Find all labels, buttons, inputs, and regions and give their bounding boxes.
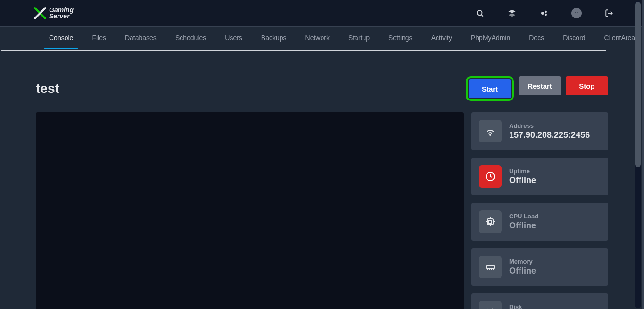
svg-marker-3 [509, 13, 516, 17]
stop-button[interactable]: Stop [566, 76, 608, 95]
tab-backups[interactable]: Backups [252, 26, 296, 49]
stat-memory-value: Offline [509, 266, 536, 276]
memory-icon [479, 256, 502, 278]
svg-point-10 [490, 134, 491, 135]
vertical-scrollbar[interactable] [635, 1, 641, 308]
tab-schedules[interactable]: Schedules [166, 26, 215, 49]
svg-marker-2 [509, 10, 516, 14]
wifi-icon [479, 120, 502, 142]
logo-text: Gaming Server [49, 7, 74, 19]
search-icon[interactable] [475, 8, 485, 18]
svg-point-0 [477, 10, 482, 16]
stats-sidebar: Address 157.90.208.225:2456 Uptime Offli… [471, 112, 608, 309]
stat-memory: Memory Offline [471, 248, 608, 286]
stat-uptime: Uptime Offline [471, 158, 608, 195]
stat-disk-label: Disk [509, 303, 583, 309]
svg-rect-18 [487, 265, 494, 269]
vertical-scrollbar-thumb[interactable] [635, 2, 641, 167]
svg-rect-12 [487, 219, 493, 225]
svg-point-7 [575, 12, 576, 13]
console-terminal[interactable] [36, 112, 464, 309]
svg-point-8 [577, 12, 578, 13]
stat-cpu-label: CPU Load [509, 213, 538, 220]
stat-address-value: 157.90.208.225:2456 [509, 130, 590, 140]
disk-icon [479, 301, 502, 309]
start-button[interactable]: Start [469, 79, 511, 98]
clock-icon [479, 165, 502, 188]
cpu-icon [479, 210, 502, 233]
tab-startup[interactable]: Startup [339, 26, 379, 49]
logout-icon[interactable] [604, 8, 614, 18]
tab-docs[interactable]: Docs [520, 26, 553, 49]
tab-activity[interactable]: Activity [422, 26, 462, 49]
logo-mark-icon [33, 6, 47, 20]
title-row: test Start Restart Stop [36, 76, 608, 101]
content: test Start Restart Stop Address 157.90.2… [0, 49, 644, 309]
svg-point-6 [545, 14, 547, 16]
stat-uptime-value: Offline [509, 175, 536, 185]
tab-databases[interactable]: Databases [116, 26, 166, 49]
power-buttons: Start Restart Stop [466, 76, 608, 101]
tab-users[interactable]: Users [215, 26, 252, 49]
stat-memory-label: Memory [509, 258, 536, 265]
svg-point-4 [541, 12, 544, 15]
stat-address: Address 157.90.208.225:2456 [471, 112, 608, 150]
tab-network[interactable]: Network [296, 26, 339, 49]
main-row: Address 157.90.208.225:2456 Uptime Offli… [36, 112, 608, 309]
tab-console[interactable]: Console [40, 26, 83, 49]
brand-logo[interactable]: Gaming Server [33, 6, 74, 20]
stat-cpu-value: Offline [509, 221, 538, 231]
stat-address-label: Address [509, 122, 590, 129]
svg-line-1 [481, 15, 483, 16]
avatar[interactable] [571, 8, 582, 18]
layers-icon[interactable] [507, 8, 517, 18]
window-scrollbar[interactable] [642, 0, 644, 309]
tab-phpmyadmin[interactable]: PhpMyAdmin [462, 26, 520, 49]
logo-line2: Server [49, 13, 74, 19]
topbar: Gaming Server [0, 0, 644, 26]
tab-settings[interactable]: Settings [379, 26, 422, 49]
tab-files[interactable]: Files [83, 26, 116, 49]
start-highlight: Start [466, 76, 514, 101]
topbar-actions [475, 8, 633, 18]
tab-discord[interactable]: Discord [553, 26, 594, 49]
stat-uptime-label: Uptime [509, 167, 536, 175]
settings-icon[interactable] [539, 8, 549, 18]
stat-disk: Disk 200.72 MiB/ 9.79 GiB [471, 293, 608, 309]
svg-rect-13 [489, 220, 492, 223]
stat-cpu: CPU Load Offline [471, 203, 608, 241]
svg-point-5 [545, 11, 547, 13]
page-title: test [36, 81, 59, 96]
horizontal-scrollbar[interactable] [1, 50, 606, 51]
nav-tabs: Console Files Databases Schedules Users … [0, 26, 644, 49]
restart-button[interactable]: Restart [519, 76, 561, 95]
